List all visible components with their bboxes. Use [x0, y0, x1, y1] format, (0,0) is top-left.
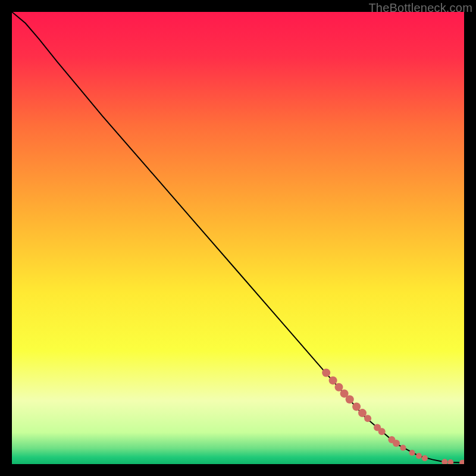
data-point — [346, 395, 354, 403]
data-point — [322, 369, 330, 377]
data-point — [335, 383, 343, 392]
watermark-text: TheBottleneck.com — [368, 1, 472, 15]
chart-frame: TheBottleneck.com — [0, 0, 476, 476]
data-point — [393, 440, 400, 447]
data-point — [378, 428, 386, 435]
data-point — [364, 415, 371, 422]
chart-background — [12, 12, 464, 464]
data-point — [409, 450, 415, 456]
data-point — [352, 403, 361, 411]
data-point — [422, 455, 428, 461]
chart-plot — [12, 12, 464, 464]
data-point — [329, 376, 337, 384]
data-point — [416, 453, 422, 459]
data-point — [400, 445, 406, 451]
